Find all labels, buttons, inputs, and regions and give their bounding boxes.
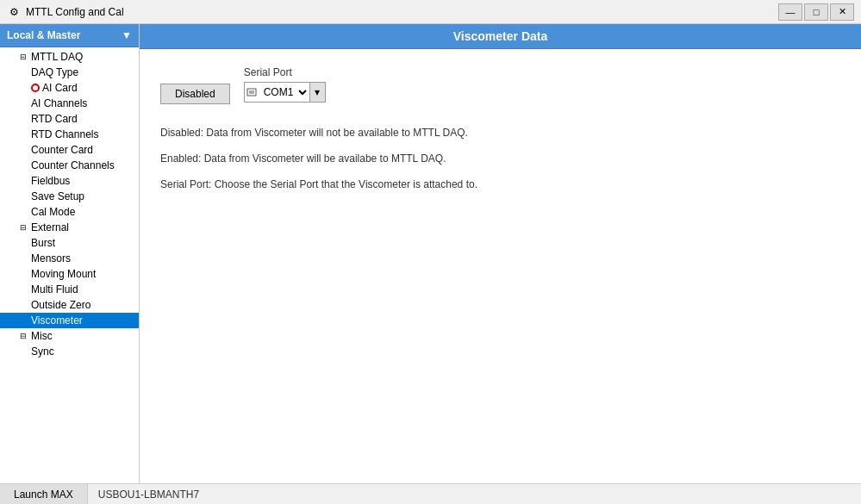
sidebar-item-fieldbus[interactable]: Fieldbus — [0, 173, 139, 189]
sidebar-tree[interactable]: ⊟ MTTL DAQ DAQ Type AI Card AI Channels … — [0, 47, 139, 483]
sidebar-item-label: Counter Card — [31, 144, 93, 156]
sidebar-item-ai-channels[interactable]: AI Channels — [0, 96, 139, 111]
app-title: MTTL Config and Cal — [26, 6, 124, 18]
sidebar-item-label: Outside Zero — [31, 299, 90, 311]
sidebar-item-label: RTD Card — [31, 113, 78, 125]
sidebar-item-label: RTD Channels — [31, 128, 98, 140]
sidebar-item-label: Misc — [31, 330, 53, 342]
sidebar-header: Local & Master ▼ — [0, 24, 139, 47]
sidebar-item-label: External — [31, 221, 69, 233]
serial-port-section: Disabled Serial Port — [160, 66, 840, 104]
sidebar-item-counter-card[interactable]: Counter Card — [0, 142, 139, 158]
info-line-1-text: Disabled: Data from Viscometer will not … — [160, 127, 468, 139]
app-icon: ⚙ — [7, 5, 21, 19]
sidebar-item-label: DAQ Type — [31, 66, 78, 78]
title-bar: ⚙ MTTL Config and Cal — □ ✕ — [0, 0, 861, 24]
sidebar-item-outside-zero[interactable]: Outside Zero — [0, 297, 139, 313]
panel-title: Viscometer Data — [453, 29, 547, 43]
sidebar-filter-icon: ▼ — [122, 29, 132, 41]
info-line-3: Serial Port: Choose the Serial Port that… — [160, 177, 840, 192]
sidebar-item-label: Cal Mode — [31, 206, 75, 218]
sidebar-item-label: Multi Fluid — [31, 283, 78, 296]
sidebar-item-sync[interactable]: Sync — [0, 344, 139, 359]
info-line-1: Disabled: Data from Viscometer will not … — [160, 125, 840, 140]
panel-content: Disabled Serial Port — [140, 49, 861, 483]
sidebar-item-mttl-daq[interactable]: ⊟ MTTL DAQ — [0, 49, 139, 65]
info-line-3-text: Serial Port: Choose the Serial Port that… — [160, 178, 477, 190]
sidebar-item-rtd-card[interactable]: RTD Card — [0, 111, 139, 127]
sidebar-item-label: MTTL DAQ — [31, 51, 83, 63]
com-port-icon — [245, 85, 259, 99]
sidebar-item-viscometer[interactable]: Viscometer — [0, 313, 139, 328]
sidebar-item-mensors[interactable]: Mensors — [0, 251, 139, 266]
info-line-2-text: Enabled: Data from Viscometer will be av… — [160, 152, 446, 165]
sidebar-item-label: AI Channels — [31, 97, 87, 109]
sidebar-item-label: Sync — [31, 345, 54, 358]
com-port-wrapper: Serial Port COM1 COM2 — [244, 66, 326, 103]
serial-port-label: Serial Port — [244, 66, 326, 78]
svg-rect-1 — [249, 90, 254, 94]
sidebar-item-multi-fluid[interactable]: Multi Fluid — [0, 282, 139, 297]
sidebar-item-label: Moving Mount — [31, 268, 96, 280]
minimize-button[interactable]: — — [778, 3, 802, 21]
sidebar-item-save-setup[interactable]: Save Setup — [0, 189, 139, 204]
sidebar: Local & Master ▼ ⊟ MTTL DAQ DAQ Type AI … — [0, 24, 140, 483]
launch-max-button[interactable]: Launch MAX — [0, 484, 88, 504]
com-select-wrapper[interactable]: COM1 COM2 COM3 COM4 ▾ — [244, 82, 326, 103]
sidebar-item-counter-channels[interactable]: Counter Channels — [0, 158, 139, 173]
circle-red-icon — [31, 84, 40, 92]
sidebar-item-burst[interactable]: Burst — [0, 235, 139, 251]
expand-minus-icon: ⊟ — [17, 330, 29, 342]
com-dropdown-arrow[interactable]: ▾ — [309, 83, 325, 102]
main-container: Local & Master ▼ ⊟ MTTL DAQ DAQ Type AI … — [0, 24, 861, 504]
sidebar-item-label: Save Setup — [31, 190, 84, 202]
disabled-button-wrapper: Disabled — [160, 66, 230, 104]
sidebar-item-label: AI Card — [42, 82, 78, 94]
sidebar-item-label: Viscometer — [31, 314, 83, 327]
com-port-select[interactable]: COM1 COM2 COM3 COM4 — [259, 85, 309, 99]
sidebar-title: Local & Master — [7, 29, 80, 41]
sidebar-item-label: Fieldbus — [31, 175, 70, 187]
title-bar-buttons: — □ ✕ — [778, 3, 854, 21]
sidebar-item-moving-mount[interactable]: Moving Mount — [0, 266, 139, 282]
sidebar-item-cal-mode[interactable]: Cal Mode — [0, 204, 139, 220]
sidebar-item-misc[interactable]: ⊟ Misc — [0, 328, 139, 344]
sidebar-item-label: Counter Channels — [31, 159, 115, 171]
expand-minus-icon: ⊟ — [17, 221, 29, 233]
sidebar-item-rtd-channels[interactable]: RTD Channels — [0, 127, 139, 142]
sidebar-item-label: Burst — [31, 237, 55, 249]
sidebar-item-label: Mensors — [31, 252, 71, 264]
sidebar-item-ai-card[interactable]: AI Card — [0, 80, 139, 96]
disabled-button[interactable]: Disabled — [160, 84, 230, 104]
title-bar-left: ⚙ MTTL Config and Cal — [7, 5, 124, 19]
close-button[interactable]: ✕ — [830, 3, 854, 21]
sidebar-item-external[interactable]: ⊟ External — [0, 220, 139, 235]
status-bar: Launch MAX USBOU1-LBMANTH7 — [0, 483, 861, 504]
right-panel: Viscometer Data Disabled Serial Port — [140, 24, 861, 483]
expand-minus-icon: ⊟ — [17, 51, 29, 63]
maximize-button[interactable]: □ — [804, 3, 828, 21]
sidebar-item-daq-type[interactable]: DAQ Type — [0, 65, 139, 80]
content-area: Local & Master ▼ ⊟ MTTL DAQ DAQ Type AI … — [0, 24, 861, 483]
panel-header: Viscometer Data — [140, 24, 861, 49]
status-text: USBOU1-LBMANTH7 — [88, 484, 209, 504]
info-line-2: Enabled: Data from Viscometer will be av… — [160, 151, 840, 166]
